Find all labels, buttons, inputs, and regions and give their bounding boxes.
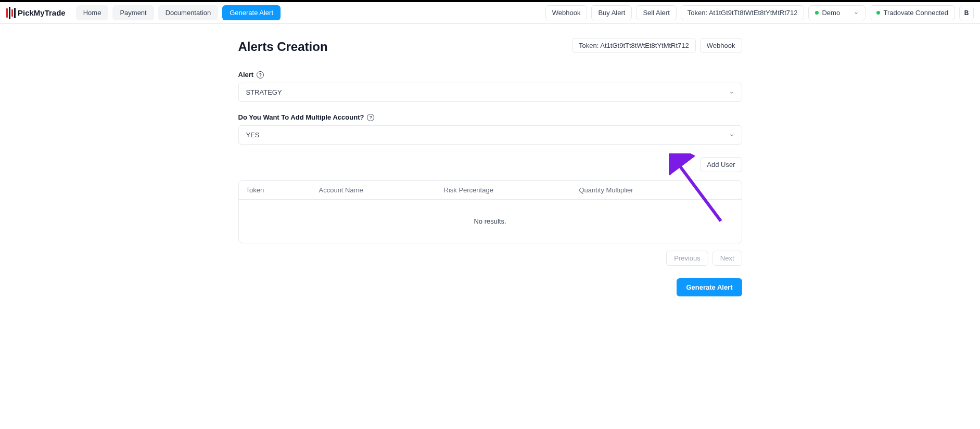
- chevron-down-icon: [729, 133, 734, 138]
- alert-label: Alert: [238, 71, 254, 79]
- status-dot-icon: [876, 11, 880, 15]
- header-webhook-button[interactable]: Webhook: [545, 5, 588, 20]
- action-row: Generate Alert: [238, 278, 742, 296]
- demo-label: Demo: [822, 9, 840, 17]
- nav-right: Webhook Buy Alert Sell Alert Token: At1t…: [545, 5, 974, 20]
- previous-button[interactable]: Previous: [666, 251, 708, 266]
- brand-name: PickMyTrade: [18, 8, 66, 17]
- status-dot-icon: [815, 11, 819, 15]
- page-title: Alerts Creation: [238, 40, 328, 54]
- multi-account-value: YES: [246, 131, 260, 139]
- header-buy-alert-button[interactable]: Buy Alert: [591, 5, 632, 20]
- col-risk-percentage: Risk Percentage: [444, 186, 579, 194]
- brand-logo[interactable]: PickMyTrade: [6, 7, 66, 19]
- app-header: PickMyTrade Home Payment Documentation G…: [0, 2, 980, 24]
- logo-icon: [6, 7, 16, 19]
- avatar[interactable]: B: [959, 6, 974, 20]
- nav-payment[interactable]: Payment: [112, 5, 154, 20]
- nav-documentation[interactable]: Documentation: [158, 5, 218, 20]
- page-head: Alerts Creation Token: At1tGt9tTt8tWtEt8…: [238, 36, 742, 54]
- generate-alert-button[interactable]: Generate Alert: [677, 278, 742, 296]
- table-header: Token Account Name Risk Percentage Quant…: [239, 181, 742, 200]
- connection-label: Tradovate Connected: [883, 9, 948, 17]
- demo-dropdown[interactable]: Demo: [808, 5, 866, 20]
- chevron-down-icon: [729, 90, 734, 95]
- main-container: Alerts Creation Token: At1tGt9tTt8tWtEt8…: [230, 24, 750, 317]
- col-account-name: Account Name: [319, 186, 444, 194]
- help-icon[interactable]: ?: [367, 114, 374, 121]
- page-token-button[interactable]: Token: At1tGt9tTt8tWtEt8tYtMtRt712: [572, 38, 696, 53]
- alert-select[interactable]: STRATEGY: [238, 83, 742, 102]
- col-token: Token: [246, 186, 319, 194]
- table-empty-state: No results.: [239, 200, 742, 243]
- multi-account-label-row: Do You Want To Add Multiple Account? ?: [238, 113, 742, 121]
- header-sell-alert-button[interactable]: Sell Alert: [636, 5, 676, 20]
- help-icon[interactable]: ?: [257, 71, 264, 79]
- alert-value: STRATEGY: [246, 88, 282, 96]
- multi-account-label: Do You Want To Add Multiple Account?: [238, 113, 364, 121]
- accounts-table: Token Account Name Risk Percentage Quant…: [238, 180, 742, 243]
- multi-account-select[interactable]: YES: [238, 125, 742, 145]
- nav-home[interactable]: Home: [76, 5, 109, 20]
- nav-generate-alert[interactable]: Generate Alert: [222, 5, 281, 20]
- alert-label-row: Alert ?: [238, 71, 742, 79]
- header-token-button[interactable]: Token: At1tGt9tTt8tWtEt8tYtMtRt712: [681, 5, 805, 20]
- next-button[interactable]: Next: [712, 251, 742, 266]
- connection-status[interactable]: Tradovate Connected: [870, 5, 955, 20]
- page-webhook-button[interactable]: Webhook: [700, 38, 742, 53]
- add-user-button[interactable]: Add User: [700, 157, 742, 172]
- pagination: Previous Next: [238, 251, 742, 266]
- col-quantity-multiplier: Quantity Multiplier: [579, 186, 734, 194]
- nav-left: Home Payment Documentation Generate Aler…: [76, 5, 281, 20]
- chevron-down-icon: [854, 10, 859, 16]
- add-user-row: Add User: [238, 157, 742, 172]
